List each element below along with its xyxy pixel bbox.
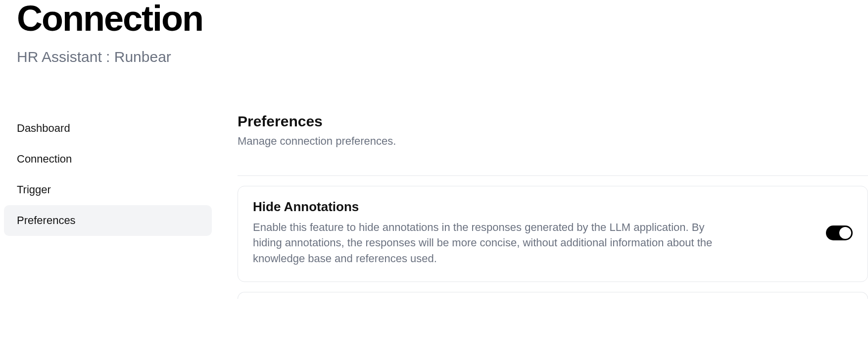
pref-card-hide-annotations: Hide Annotations Enable this feature to … <box>238 186 868 282</box>
page-title: Connection <box>17 0 868 38</box>
pref-title: Hide Annotations <box>253 199 811 215</box>
page-subtitle: HR Assistant : Runbear <box>17 49 868 65</box>
sidebar: Dashboard Connection Trigger Preferences <box>0 113 238 299</box>
sidebar-item-trigger[interactable]: Trigger <box>4 174 212 205</box>
section-description: Manage connection preferences. <box>238 135 868 148</box>
divider <box>238 175 868 176</box>
main-content: Preferences Manage connection preference… <box>238 113 868 299</box>
pref-card-next <box>238 292 868 299</box>
toggle-knob <box>839 227 851 239</box>
sidebar-item-dashboard[interactable]: Dashboard <box>4 113 212 144</box>
sidebar-item-preferences[interactable]: Preferences <box>4 205 212 236</box>
hide-annotations-toggle[interactable] <box>826 225 853 240</box>
pref-description: Enable this feature to hide annotations … <box>253 220 718 267</box>
sidebar-item-connection[interactable]: Connection <box>4 144 212 174</box>
section-title: Preferences <box>238 113 868 130</box>
